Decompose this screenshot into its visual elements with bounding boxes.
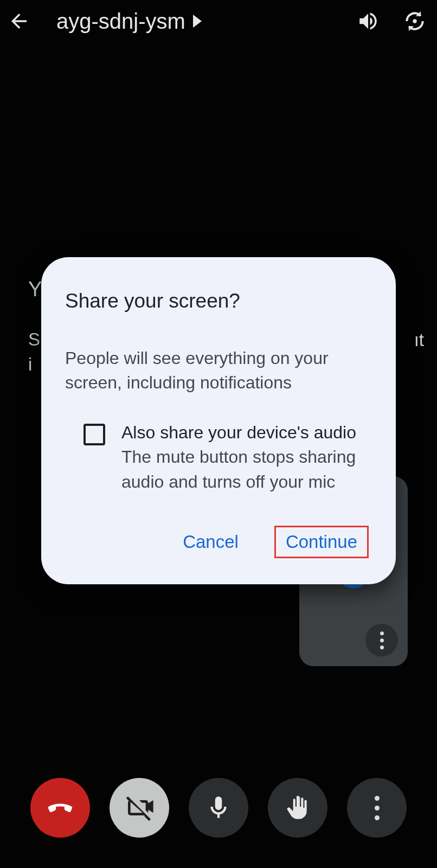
- share-audio-option[interactable]: Also share your device's audio The mute …: [65, 420, 374, 494]
- dot-icon: [375, 815, 380, 820]
- dot-icon: [380, 631, 384, 635]
- hang-up-button[interactable]: [30, 778, 90, 838]
- share-audio-text: Also share your device's audio The mute …: [121, 420, 374, 494]
- dialog-title: Share your screen?: [65, 290, 374, 312]
- audio-output-button[interactable]: [356, 9, 381, 34]
- dot-icon: [380, 646, 384, 649]
- dialog-actions: Cancel Continue: [65, 526, 374, 558]
- svg-point-0: [413, 19, 416, 23]
- share-screen-dialog: Share your screen? People will see every…: [41, 257, 396, 584]
- bg-right-fragment: ıt: [414, 330, 424, 350]
- back-button[interactable]: [7, 9, 31, 34]
- raise-hand-button[interactable]: [268, 778, 327, 838]
- hand-icon: [284, 794, 311, 821]
- bg-sub-fragment: S i: [28, 327, 40, 377]
- bg-heading-fragment: Y: [28, 278, 42, 301]
- meeting-id-label: ayg-sdnj-ysm: [56, 9, 185, 34]
- mic-icon: [205, 794, 232, 821]
- dialog-body: People will see everything on your scree…: [65, 346, 374, 395]
- dot-icon: [375, 806, 380, 810]
- dot-icon: [380, 639, 384, 642]
- tile-more-button[interactable]: [365, 624, 398, 656]
- volume-icon: [357, 10, 380, 33]
- share-audio-label: Also share your device's audio: [121, 423, 356, 442]
- chevron-right-icon: [193, 15, 202, 28]
- switch-camera-button[interactable]: [402, 9, 427, 34]
- toggle-mic-button[interactable]: [189, 778, 248, 838]
- dot-icon: [375, 796, 380, 801]
- more-options-button[interactable]: [347, 778, 407, 838]
- meeting-id-button[interactable]: ayg-sdnj-ysm: [56, 9, 202, 34]
- cancel-button[interactable]: Cancel: [176, 526, 245, 558]
- arrow-left-icon: [8, 10, 30, 33]
- hang-up-icon: [44, 792, 76, 824]
- video-off-icon: [124, 793, 155, 823]
- call-controls: [0, 778, 437, 838]
- share-audio-checkbox[interactable]: [83, 424, 105, 445]
- continue-button[interactable]: Continue: [274, 526, 369, 558]
- call-topbar: ayg-sdnj-ysm: [0, 0, 437, 42]
- toggle-video-button[interactable]: [110, 778, 169, 838]
- share-audio-sublabel: The mute button stops sharing audio and …: [121, 447, 356, 491]
- switch-camera-icon: [403, 9, 427, 33]
